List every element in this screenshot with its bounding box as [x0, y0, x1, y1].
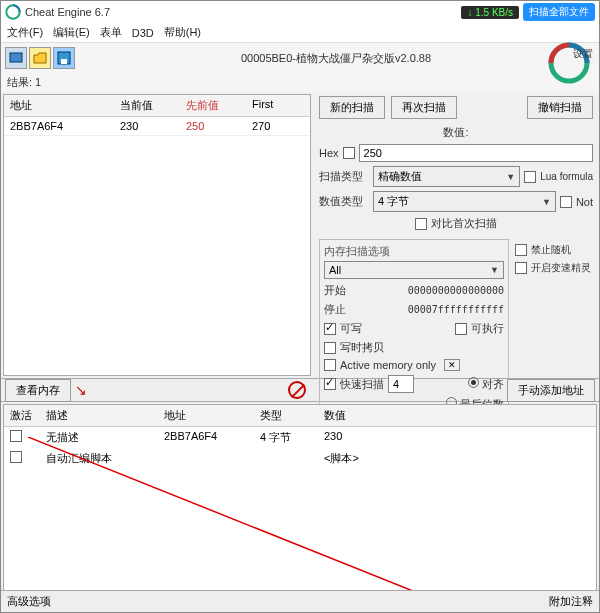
value-type-select[interactable]: 4 字节▼ — [373, 191, 556, 212]
save-icon[interactable] — [53, 47, 75, 69]
speed-wizard-checkbox[interactable] — [515, 262, 527, 274]
col-type[interactable]: 类型 — [254, 405, 318, 426]
col-addr[interactable]: 地址 — [158, 405, 254, 426]
start-addr[interactable]: 0000000000000000 — [358, 285, 504, 296]
menu-d3d[interactable]: D3D — [132, 27, 154, 39]
scan-panel: 新的扫描 再次扫描 撤销扫描 数值: Hex 扫描类型 精确数值▼ Lua fo… — [313, 92, 599, 378]
svg-rect-3 — [61, 59, 67, 64]
mem-opts-title: 内存扫描选项 — [324, 244, 504, 259]
col-previous[interactable]: 先前值 — [180, 95, 246, 116]
col-value[interactable]: 当前值 — [114, 95, 180, 116]
activate-checkbox[interactable] — [10, 430, 22, 442]
add-comment[interactable]: 附加注释 — [549, 594, 593, 609]
hex-checkbox[interactable] — [343, 147, 355, 159]
activate-checkbox[interactable] — [10, 451, 22, 463]
hex-label: Hex — [319, 147, 339, 159]
col-val[interactable]: 数值 — [318, 405, 378, 426]
lua-label: Lua formula — [540, 171, 593, 182]
scan-type-select[interactable]: 精确数值▼ — [373, 166, 520, 187]
value-type-label: 数值类型 — [319, 194, 369, 209]
menu-edit[interactable]: 编辑(E) — [53, 25, 90, 40]
col-first[interactable]: First — [246, 95, 306, 116]
mem-region-select[interactable]: All▼ — [324, 261, 504, 279]
col-active[interactable]: 激活 — [4, 405, 40, 426]
active-mem-checkbox[interactable] — [324, 359, 336, 371]
svg-rect-1 — [10, 53, 22, 62]
fast-scan-value[interactable] — [388, 375, 414, 393]
executable-checkbox[interactable] — [455, 323, 467, 335]
chevron-down-icon: ▼ — [506, 172, 515, 182]
scan-all-button[interactable]: 扫描全部文件 — [523, 3, 595, 21]
view-memory-button[interactable]: 查看内存 — [5, 379, 71, 402]
col-address[interactable]: 地址 — [4, 95, 114, 116]
advanced-options[interactable]: 高级选项 — [7, 594, 51, 609]
address-table: 激活 描述 地址 类型 数值 无描述 2BB7A6F4 4 字节 230 自动汇… — [3, 404, 597, 604]
table-row[interactable]: 无描述 2BB7A6F4 4 字节 230 — [4, 427, 596, 448]
arrow-down-icon[interactable]: ↘ — [75, 382, 87, 398]
lua-checkbox[interactable] — [524, 171, 536, 183]
not-label: Not — [576, 196, 593, 208]
chevron-down-icon: ▼ — [490, 265, 499, 275]
result-row[interactable]: 2BB7A6F4 230 250 270 — [4, 117, 310, 136]
no-sign-icon[interactable] — [288, 381, 306, 399]
scan-type-label: 扫描类型 — [319, 169, 369, 184]
settings-label[interactable]: 设置 — [573, 47, 593, 61]
speed-indicator: ↓ 1.5 KB/s — [461, 6, 519, 19]
undo-scan-button[interactable]: 撤销扫描 — [527, 96, 593, 119]
close-icon[interactable]: ✕ — [444, 359, 460, 371]
not-checkbox[interactable] — [560, 196, 572, 208]
menu-file[interactable]: 文件(F) — [7, 25, 43, 40]
align-radio[interactable] — [468, 377, 479, 388]
fast-scan-checkbox[interactable] — [324, 378, 336, 390]
stop-addr[interactable]: 00007fffffffffff — [358, 304, 504, 315]
cow-checkbox[interactable] — [324, 342, 336, 354]
open-process-icon[interactable] — [5, 47, 27, 69]
process-name: 00005BE0-植物大战僵尸杂交版v2.0.88 — [77, 51, 595, 66]
no-random-checkbox[interactable] — [515, 244, 527, 256]
new-scan-button[interactable]: 新的扫描 — [319, 96, 385, 119]
open-file-icon[interactable] — [29, 47, 51, 69]
window-title: Cheat Engine 6.7 — [25, 6, 110, 18]
menu-help[interactable]: 帮助(H) — [164, 25, 201, 40]
menu-bar: 文件(F) 编辑(E) 表单 D3D 帮助(H) — [1, 23, 599, 43]
col-desc[interactable]: 描述 — [40, 405, 158, 426]
next-scan-button[interactable]: 再次扫描 — [391, 96, 457, 119]
app-logo-icon — [5, 4, 21, 20]
chevron-down-icon: ▼ — [542, 197, 551, 207]
results-list: 地址 当前值 先前值 First 2BB7A6F4 230 250 270 — [3, 94, 311, 376]
menu-table[interactable]: 表单 — [100, 25, 122, 40]
compare-first-checkbox[interactable] — [415, 218, 427, 230]
add-address-button[interactable]: 手动添加地址 — [507, 379, 595, 402]
value-input[interactable] — [359, 144, 593, 162]
compare-first-label: 对比首次扫描 — [431, 216, 497, 231]
table-row[interactable]: 自动汇编脚本 <脚本> — [4, 448, 596, 469]
writable-checkbox[interactable] — [324, 323, 336, 335]
results-count: 结果: 1 — [1, 73, 599, 92]
value-label: 数值: — [319, 125, 593, 140]
